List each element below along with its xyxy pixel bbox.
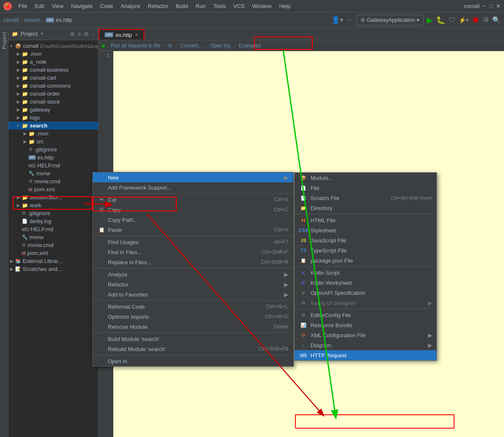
- tree-item-scratches[interactable]: ▶ 📝 Scratches and...: [8, 265, 98, 273]
- tree-item-cart[interactable]: ▶ 📁 csmall-cart: [8, 74, 98, 82]
- tree-item-anote[interactable]: ▶ 📁 a_note: [8, 58, 98, 66]
- cm-item-replace-in-files[interactable]: Replace in Files... Ctrl+Shift+R: [93, 257, 293, 267]
- tab-eshttp[interactable]: API es.http ✕: [99, 29, 144, 40]
- cm-item-paste[interactable]: 📋 Paste Ctrl+V: [93, 225, 293, 235]
- cm-item-rebuild-module[interactable]: Rebuild Module 'search' Ctrl+Shift+F9: [93, 344, 293, 354]
- cm-item-copy-path[interactable]: Copy Path...: [93, 215, 293, 225]
- toolbar-examples[interactable]: Examples: [239, 43, 261, 49]
- cm-item-find-usages[interactable]: Find Usages Alt+F7: [93, 237, 293, 247]
- menu-tools[interactable]: Tools: [210, 2, 229, 10]
- tree-item-mvn1[interactable]: ▶ 📁 .mvn: [8, 50, 98, 58]
- tree-item-logs[interactable]: ▶ 📁 logs: [8, 114, 98, 122]
- window-close[interactable]: ✕: [496, 3, 501, 9]
- back-icon[interactable]: ←: [347, 16, 353, 24]
- tree-item-stock[interactable]: ▶ 📁 csmall-stock: [8, 98, 98, 106]
- locate-icon[interactable]: ⊕: [70, 31, 75, 37]
- tree-item-derbylog[interactable]: ▶ 📄 derby.log: [8, 217, 98, 225]
- tree-item-search-helpmd[interactable]: ▶ MD HELP.md: [8, 161, 98, 169]
- tree-item-work[interactable]: ▶ 📁 work: [8, 201, 98, 209]
- sm-item-module[interactable]: 📦 Module...: [295, 173, 436, 183]
- sm-item-css[interactable]: CSS Stylesheet: [295, 225, 436, 235]
- toolbar-openlog[interactable]: Open log: [210, 43, 231, 49]
- cm-item-optimize-imports[interactable]: Optimize Imports Ctrl+Alt+O: [93, 312, 293, 322]
- sm-item-http-request[interactable]: API HTTP Request: [295, 350, 436, 360]
- cm-item-remove-module[interactable]: Remove Module Delete: [93, 322, 293, 332]
- run-button[interactable]: ▶: [427, 16, 433, 25]
- tree-item-order[interactable]: ▶ 📁 csmall-order: [8, 90, 98, 98]
- tree-item-search-src[interactable]: ▶ 📁 src: [8, 138, 98, 146]
- sm-item-diagram[interactable]: ↕ Diagram ▶: [295, 340, 436, 350]
- tree-item-csmall[interactable]: ▾ 📦 csmall D:\soft\01Java\00soft\01proje…: [8, 42, 98, 50]
- run-all-label[interactable]: Run all requests in file: [111, 43, 160, 49]
- breadcrumb-search[interactable]: search: [24, 17, 40, 23]
- menu-code[interactable]: Code: [97, 2, 117, 10]
- menu-run[interactable]: Run: [192, 2, 209, 10]
- cm-item-build-module[interactable]: Build Module 'search': [93, 334, 293, 344]
- debug-button[interactable]: 🐛: [436, 16, 445, 25]
- menu-file[interactable]: File: [15, 2, 31, 10]
- menu-edit[interactable]: Edit: [31, 2, 47, 10]
- search-everywhere-button[interactable]: 🔍: [492, 16, 501, 24]
- more-run-button[interactable]: ⚡▾: [459, 17, 469, 23]
- sm-item-resource-bundle[interactable]: 📊 Resource Bundle: [295, 320, 436, 330]
- tree-item-root-mvnw[interactable]: ▶ 🔧 mvnw: [8, 233, 98, 241]
- breadcrumb-csmall[interactable]: csmall: [3, 17, 19, 23]
- cm-item-cut[interactable]: ✂ Cut Ctrl+X: [93, 195, 293, 205]
- cm-item-analyze[interactable]: Analyze ▶: [93, 269, 293, 279]
- tree-item-external-libs[interactable]: ▶ 📚 External Librar...: [8, 257, 98, 265]
- tab-close-icon[interactable]: ✕: [135, 32, 138, 38]
- sm-item-ts[interactable]: TS TypeScript File: [295, 245, 436, 255]
- tree-item-session[interactable]: ▶ 📁 sessionStor...: [8, 193, 98, 201]
- sm-item-pkg[interactable]: 📋 package.json File: [295, 255, 436, 265]
- sm-item-kotlin-script[interactable]: K Kotlin Script: [295, 268, 436, 278]
- menu-window[interactable]: Window: [249, 2, 275, 10]
- cm-item-add-favorites[interactable]: Add to Favorites ▶: [93, 289, 293, 299]
- tree-item-search-pomxml[interactable]: ▶ M pom.xml: [8, 185, 98, 193]
- sm-item-scratch-file[interactable]: 📄 Scratch File Ctrl+Alt+Shift+Insert: [295, 193, 436, 203]
- profile-icon[interactable]: 👤▾: [332, 16, 343, 24]
- sm-item-kotlin-worksheet[interactable]: K Kotlin Worksheet: [295, 278, 436, 288]
- tree-item-commons[interactable]: ▶ 📁 csmall-commons: [8, 82, 98, 90]
- menu-view[interactable]: View: [48, 2, 67, 10]
- cm-item-open-in[interactable]: Open In: [93, 356, 293, 366]
- sm-item-directory[interactable]: 📁 Directory: [295, 203, 436, 213]
- toolbar-le[interactable]: le: [168, 43, 172, 49]
- tree-item-search-mvnw[interactable]: ▶ 🔧 mvnw: [8, 169, 98, 177]
- more-icon[interactable]: ⚙: [84, 31, 89, 37]
- tree-item-search-mvnwcmd[interactable]: ▶ ⚙ mvnw.cmd: [8, 177, 98, 185]
- collapse-icon[interactable]: ≡: [78, 31, 81, 37]
- sm-item-swing[interactable]: ⚙ Swing UI Designer ▶: [295, 298, 436, 308]
- project-side-label[interactable]: Project: [2, 32, 7, 49]
- tree-item-root-mvnwcmd[interactable]: ▶ ⚙ mvnw.cmd: [8, 241, 98, 249]
- sm-item-file[interactable]: 📄 File: [295, 183, 436, 193]
- sm-item-editorconfig[interactable]: ⚙ EditorConfig File: [295, 310, 436, 320]
- window-minimize[interactable]: −: [483, 3, 486, 9]
- cm-item-find-in-files[interactable]: Find in Files... Ctrl+Shift+F: [93, 247, 293, 257]
- breadcrumb-eshttp[interactable]: es.http: [56, 17, 72, 23]
- run-config-dropdown[interactable]: ⚙ GatewayApplication ▾: [357, 15, 423, 26]
- tree-item-search-gitignore[interactable]: ▶ ⚙ .gitignore: [8, 146, 98, 153]
- menu-build[interactable]: Build: [172, 2, 191, 10]
- cm-item-add-framework[interactable]: Add Framework Support...: [93, 182, 293, 192]
- tree-item-business[interactable]: ▶ 📁 csmall-business: [8, 66, 98, 74]
- sm-item-js[interactable]: JS JavaScript File: [295, 235, 436, 245]
- window-maximize[interactable]: □: [489, 3, 493, 9]
- sm-item-html[interactable]: H HTML File: [295, 215, 436, 225]
- cm-item-refactor[interactable]: Refactor ▶: [93, 279, 293, 289]
- menu-vcs[interactable]: VCS: [230, 2, 248, 10]
- coverage-button[interactable]: 🛡: [449, 16, 455, 24]
- menu-refactor[interactable]: Refactor: [144, 2, 172, 10]
- menu-help[interactable]: Help: [276, 2, 294, 10]
- menu-navigate[interactable]: Navigate: [68, 2, 96, 10]
- tree-item-gateway[interactable]: ▶ 📁 gateway: [8, 106, 98, 114]
- cm-item-copy[interactable]: ⎘ Copy Ctrl+C: [93, 205, 293, 215]
- tree-item-root-helpmd[interactable]: ▶ MD HELP.md: [8, 225, 98, 233]
- sm-item-openapi[interactable]: ✓ OpenAPI Specification: [295, 288, 436, 298]
- tree-item-search[interactable]: ▾ 📁 search: [8, 122, 98, 130]
- menu-analyze[interactable]: Analyze: [118, 2, 144, 10]
- cm-item-new[interactable]: New ▶: [93, 172, 293, 182]
- cm-item-reformat[interactable]: Reformat Code Ctrl+Alt+L: [93, 302, 293, 312]
- tree-item-root-gitignore[interactable]: ▶ ⚙ .gitignore: [8, 209, 98, 217]
- toolbar-convert[interactable]: Convert...: [180, 43, 202, 49]
- translate-button[interactable]: 译: [483, 16, 489, 24]
